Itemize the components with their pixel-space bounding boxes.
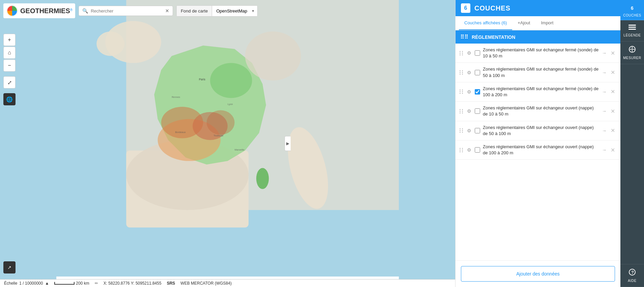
- tab-add[interactable]: +Ajout: [512, 16, 535, 30]
- svg-text:Lyon: Lyon: [228, 103, 233, 106]
- sidebar-item-mesurer[interactable]: MESURER: [620, 42, 644, 64]
- layer-drag-handle-6[interactable]: [460, 148, 464, 152]
- right-panel: 6 COUCHES Couches affichées (6) +Ajout I…: [455, 0, 620, 287]
- layer-arrow-6[interactable]: →: [602, 147, 607, 153]
- map-background: Paris Rennes Bordeaux Toulouse Lyon Mars…: [0, 0, 455, 287]
- legende-svg-icon: [628, 24, 636, 30]
- group-drag-icon: ⠿⠿: [460, 34, 468, 40]
- layer-group-header: ⠿⠿ RÉGLEMENTATION: [456, 30, 620, 44]
- layer-arrow-4[interactable]: →: [602, 108, 607, 114]
- layer-checkbox-3[interactable]: [475, 89, 480, 95]
- layer-item: ⚙ Zones réglementaires GMI sur échangeur…: [456, 44, 620, 63]
- layer-name-2: Zones réglementaires GMI sur échangeur f…: [483, 66, 599, 78]
- scale-up-arrow[interactable]: ▲: [45, 281, 49, 286]
- scale-distance: 200 km: [76, 281, 89, 286]
- layer-checkbox-1[interactable]: [475, 50, 480, 56]
- layer-close-6[interactable]: ✕: [609, 146, 616, 154]
- svg-rect-23: [628, 27, 636, 28]
- svg-text:Paris: Paris: [199, 78, 205, 81]
- layer-close-5[interactable]: ✕: [609, 127, 616, 134]
- logo-icon: [6, 5, 18, 17]
- layer-drag-handle-4[interactable]: [460, 109, 464, 113]
- layer-arrow-2[interactable]: →: [602, 70, 607, 75]
- scale-label: Échelle: [4, 281, 17, 286]
- projection-label: WEB MERCATOR (WGS84): [180, 281, 232, 286]
- layer-arrow-1[interactable]: →: [602, 50, 607, 56]
- layer-drag-handle-5[interactable]: [460, 128, 464, 133]
- layer-settings-4[interactable]: ⚙: [466, 108, 472, 114]
- layer-close-4[interactable]: ✕: [609, 107, 616, 115]
- sidebar-item-legende[interactable]: LÉGENDE: [620, 20, 644, 42]
- zoom-out-button[interactable]: −: [3, 59, 16, 72]
- layer-checkbox-6[interactable]: [475, 147, 480, 153]
- expand-button[interactable]: ↗: [3, 261, 16, 273]
- fullscreen-button[interactable]: ⤢: [3, 76, 16, 88]
- layer-checkbox-4[interactable]: [475, 108, 480, 114]
- svg-text:Toulouse: Toulouse: [214, 134, 224, 137]
- svg-point-2: [96, 31, 124, 56]
- map-type-select[interactable]: OpenStreetMap Satellite Terrain: [212, 6, 257, 16]
- panel-header: 6 COUCHES: [456, 0, 620, 16]
- layer-item: ⚙ Zones réglementaires GMI sur échangeur…: [456, 121, 620, 140]
- layer-settings-1[interactable]: ⚙: [466, 50, 472, 56]
- coordinates-display: X: 58220.8776 Y: 5095211.8455: [104, 281, 162, 286]
- layer-checkbox-2[interactable]: [475, 70, 480, 75]
- sidebar-item-aide[interactable]: ? AIDE: [620, 264, 644, 287]
- aide-label: AIDE: [628, 279, 636, 283]
- aide-svg-icon: ?: [628, 268, 636, 276]
- layer-item: ⚙ Zones réglementaires GMI sur échangeur…: [456, 140, 620, 160]
- layer-checkbox-5[interactable]: [475, 128, 480, 133]
- layer-arrow-5[interactable]: →: [602, 128, 607, 133]
- panel-title: COUCHES: [474, 4, 510, 12]
- layer-close-3[interactable]: ✕: [609, 88, 616, 96]
- pencil-icon: ✏: [95, 281, 98, 286]
- tab-displayed[interactable]: Couches affichées (6): [459, 16, 512, 30]
- couches-badge: 6: [628, 4, 636, 12]
- scale-bar: 200 km: [54, 281, 89, 286]
- scale-line-visual: [54, 282, 75, 285]
- layer-settings-5[interactable]: ⚙: [466, 127, 472, 134]
- layers-count-badge: 6: [461, 3, 470, 13]
- svg-point-30: [632, 49, 633, 50]
- layer-item: ⚙ Zones réglementaires GMI sur échangeur…: [456, 63, 620, 82]
- srs-label: SRS: [167, 281, 175, 286]
- svg-point-10: [207, 110, 235, 135]
- layer-close-2[interactable]: ✕: [609, 69, 616, 76]
- home-button[interactable]: ⌂: [3, 47, 16, 59]
- layer-name-5: Zones réglementaires GMI sur échangeur o…: [483, 125, 599, 137]
- legende-icon: [628, 24, 636, 32]
- layer-close-1[interactable]: ✕: [609, 49, 616, 57]
- mesurer-svg-icon: [628, 46, 636, 53]
- zoom-in-button[interactable]: +: [3, 34, 16, 46]
- layer-drag-handle-3[interactable]: [460, 89, 464, 94]
- svg-point-20: [245, 31, 301, 80]
- panel-footer: Ajouter des données: [456, 260, 620, 287]
- scale-info: Échelle 1 / 10000000 ▲: [4, 281, 49, 286]
- layer-drag-handle-1[interactable]: [460, 51, 464, 55]
- couches-label: COUCHES: [623, 14, 641, 17]
- layer-drag-handle-2[interactable]: [460, 70, 464, 75]
- search-box[interactable]: 🔍 ✕: [79, 6, 173, 16]
- globe-button[interactable]: 🌐: [3, 93, 16, 105]
- svg-point-12: [256, 168, 269, 189]
- sidebar-item-couches[interactable]: 6 COUCHES: [620, 0, 644, 20]
- mesurer-icon: [628, 46, 636, 55]
- layer-name-4: Zones réglementaires GMI sur échangeur o…: [483, 105, 599, 117]
- layer-settings-3[interactable]: ⚙: [466, 88, 472, 95]
- tab-import[interactable]: Import: [535, 16, 559, 30]
- aide-icon: ?: [628, 268, 636, 278]
- layer-settings-2[interactable]: ⚙: [466, 69, 472, 76]
- search-icon: 🔍: [82, 8, 88, 14]
- add-data-button[interactable]: Ajouter des données: [461, 266, 615, 282]
- search-input[interactable]: [91, 8, 163, 14]
- far-right-sidebar: 6 COUCHES LÉGENDE MESURER: [620, 0, 644, 287]
- layer-arrow-3[interactable]: →: [602, 89, 607, 95]
- panel-toggle[interactable]: ▶: [285, 136, 291, 151]
- mesurer-label: MESURER: [623, 56, 641, 60]
- layer-settings-6[interactable]: ⚙: [466, 147, 472, 153]
- layer-name-6: Zones réglementaires GMI sur échangeur o…: [483, 144, 599, 156]
- search-close-button[interactable]: ✕: [165, 8, 169, 14]
- map-controls: + ⌂ − ⤢ 🌐: [3, 34, 16, 105]
- top-bar: GEOTHERMIES® 🔍 ✕ Fond de carte OpenStree…: [0, 3, 455, 18]
- svg-rect-24: [628, 29, 636, 30]
